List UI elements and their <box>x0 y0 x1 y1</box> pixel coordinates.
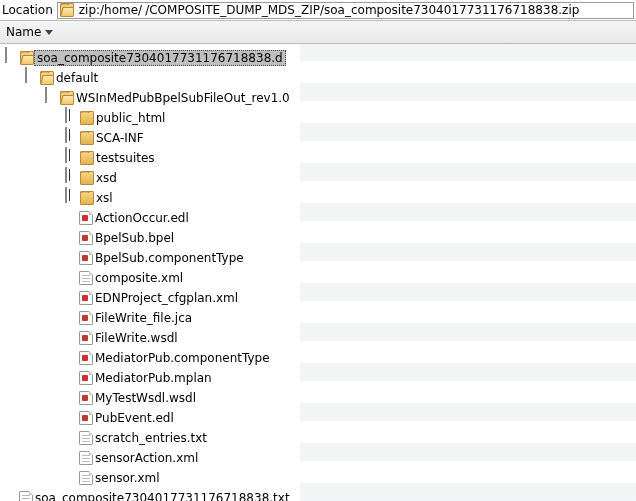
tree-label: soa_composite7304017731176718838.txt <box>35 491 290 501</box>
tree-row-file[interactable]: scratch_entries.txt <box>0 428 636 448</box>
location-path-suffix: /COMPOSITE_DUMP_MDS_ZIP/soa_composite730… <box>145 3 579 17</box>
file-icon <box>79 291 93 305</box>
collapse-icon[interactable] <box>5 47 7 63</box>
tree-row-file[interactable]: BpelSub.componentType <box>0 248 636 268</box>
tree-row-folder[interactable]: SCA-INF <box>0 128 636 148</box>
tree-label: xsl <box>96 191 113 205</box>
file-icon <box>79 431 93 445</box>
tree-label: BpelSub.componentType <box>95 251 244 265</box>
tree-label: public_html <box>96 111 165 125</box>
tree-label: MediatorPub.componentType <box>95 351 270 365</box>
tree-row-folder[interactable]: testsuites <box>0 148 636 168</box>
tree-label: composite.xml <box>95 271 183 285</box>
location-input[interactable]: zip:/home/ /COMPOSITE_DUMP_MDS_ZIP/soa_c… <box>57 2 634 19</box>
file-icon <box>79 471 93 485</box>
tree-label: xsd <box>96 171 117 185</box>
file-icon <box>79 451 93 465</box>
folder-open-icon <box>20 51 34 65</box>
tree-row-file[interactable]: sensor.xml <box>0 468 636 488</box>
file-icon <box>79 311 93 325</box>
tree-label: default <box>56 71 98 85</box>
file-icon <box>19 491 33 501</box>
file-icon <box>79 331 93 345</box>
file-icon <box>79 351 93 365</box>
tree-row-file[interactable]: MyTestWsdl.wsdl <box>0 388 636 408</box>
file-icon <box>79 371 93 385</box>
tree-row-file[interactable]: BpelSub.bpel <box>0 228 636 248</box>
tree-label-root: soa_composite7304017731176718838.d <box>34 50 286 66</box>
column-header-name: Name <box>6 25 41 39</box>
tree-row-file[interactable]: composite.xml <box>0 268 636 288</box>
tree-label: BpelSub.bpel <box>95 231 174 245</box>
tree-row-file[interactable]: PubEvent.edl <box>0 408 636 428</box>
tree-row-folder[interactable]: xsd <box>0 168 636 188</box>
file-icon <box>79 411 93 425</box>
expand-icon[interactable] <box>65 187 67 203</box>
chevron-down-icon <box>45 30 53 35</box>
folder-open-icon <box>40 71 54 85</box>
tree-row-root[interactable]: soa_composite7304017731176718838.d <box>0 48 636 68</box>
tree-row-folder[interactable]: public_html <box>0 108 636 128</box>
tree-row-default[interactable]: default <box>0 68 636 88</box>
file-icon <box>79 231 93 245</box>
tree-label: MediatorPub.mplan <box>95 371 212 385</box>
tree-label: MyTestWsdl.wsdl <box>95 391 196 405</box>
tree-label: testsuites <box>96 151 155 165</box>
tree-row-file[interactable]: ActionOccur.edl <box>0 208 636 228</box>
tree-label: FileWrite_file.jca <box>95 311 192 325</box>
tree-row-file[interactable]: soa_composite7304017731176718838.txt <box>0 488 636 501</box>
expand-icon[interactable] <box>65 127 67 143</box>
file-icon <box>79 391 93 405</box>
tree-label: sensor.xml <box>95 471 160 485</box>
file-tree[interactable]: soa_composite7304017731176718838.d defau… <box>0 44 636 501</box>
location-label: Location <box>2 3 53 17</box>
expand-icon[interactable] <box>65 167 67 183</box>
tree-label: FileWrite.wsdl <box>95 331 178 345</box>
location-path-prefix: zip:/home/ <box>79 3 142 17</box>
tree-row-file[interactable]: FileWrite.wsdl <box>0 328 636 348</box>
folder-open-icon <box>60 3 74 17</box>
folder-icon <box>80 111 94 125</box>
tree-label: ActionOccur.edl <box>95 211 189 225</box>
tree-label: EDNProject_cfgplan.xml <box>95 291 238 305</box>
collapse-icon[interactable] <box>45 87 47 103</box>
tree-label: PubEvent.edl <box>95 411 174 425</box>
tree-label: scratch_entries.txt <box>95 431 207 445</box>
expand-icon[interactable] <box>65 147 67 163</box>
column-header[interactable]: Name <box>0 20 636 44</box>
file-icon <box>79 251 93 265</box>
tree-row-file[interactable]: MediatorPub.componentType <box>0 348 636 368</box>
expand-icon[interactable] <box>65 107 67 123</box>
tree-row-file[interactable]: sensorAction.xml <box>0 448 636 468</box>
folder-icon <box>80 171 94 185</box>
tree-row-folder[interactable]: xsl <box>0 188 636 208</box>
tree-label: SCA-INF <box>96 131 144 145</box>
tree-row-file[interactable]: EDNProject_cfgplan.xml <box>0 288 636 308</box>
folder-icon <box>80 191 94 205</box>
collapse-icon[interactable] <box>25 67 27 83</box>
tree-row-file[interactable]: FileWrite_file.jca <box>0 308 636 328</box>
file-icon <box>79 211 93 225</box>
tree-label: WSInMedPubBpelSubFileOut_rev1.0 <box>76 91 290 105</box>
folder-open-icon <box>60 91 74 105</box>
tree-row-composite[interactable]: WSInMedPubBpelSubFileOut_rev1.0 <box>0 88 636 108</box>
folder-icon <box>80 131 94 145</box>
folder-icon <box>80 151 94 165</box>
tree-label: sensorAction.xml <box>95 451 198 465</box>
file-icon <box>79 271 93 285</box>
tree-row-file[interactable]: MediatorPub.mplan <box>0 368 636 388</box>
